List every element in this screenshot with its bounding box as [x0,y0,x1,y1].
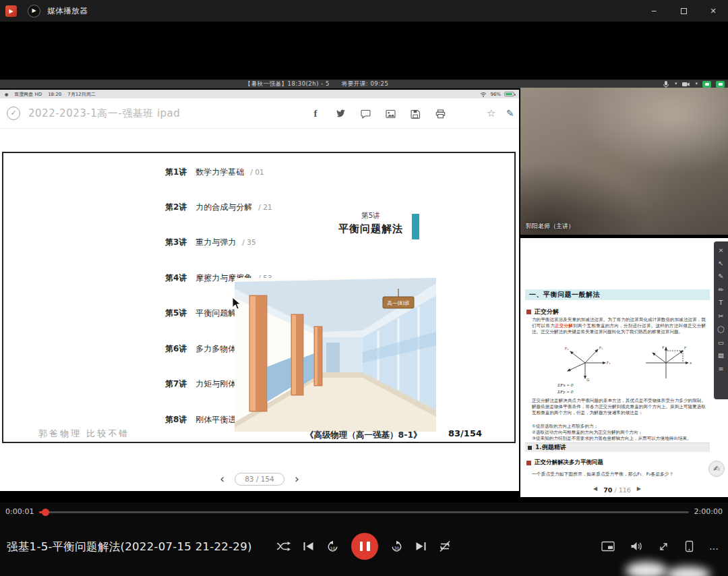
formula-sum-fy: ΣFy = 0 [557,388,573,395]
next-page-button[interactable]: › [295,473,299,486]
chapter-title: 平衡问题解法 [332,223,409,235]
twitter-button[interactable] [335,109,346,119]
repeat-off-button[interactable] [438,540,452,553]
menu-tool-icon[interactable]: ≡ [716,364,726,374]
example-heading-row: 正交分解解决多力平衡问题 [526,459,603,467]
list-item-2: ②选取运动方向与相垂直的方向为正交分解的两个方向； [532,430,706,436]
force-diagram: F₁ F₂ F₃ G x y F [548,343,707,382]
board-tool-icon[interactable]: ▤ [716,350,726,360]
next-button[interactable] [415,541,427,552]
mic-icon[interactable] [662,80,670,88]
pen-tool-icon[interactable]: ✎ [716,271,726,281]
notes-pager: ◀ 70 / 116 ▶ [520,482,714,494]
print-button[interactable] [435,109,446,119]
pip-button[interactable] [601,541,615,552]
app-logo-icon: ▶ [5,5,17,17]
topic-title: 正交分解 [535,308,559,316]
forward-30-button[interactable]: 30 [390,540,404,554]
statusbar-right: 96% [480,92,514,97]
toc-page: / 35 [242,238,255,246]
fullscreen-button[interactable] [658,541,669,552]
layout-button[interactable] [716,81,725,88]
red-bullet-icon [526,461,531,465]
layout-icon [719,83,723,86]
select-tool-icon[interactable]: ↖ [716,258,726,268]
close-tool-icon[interactable]: × [716,245,726,255]
toc-title: 数学力学基础 [195,167,244,178]
transport-controls: 10 30 [276,533,452,560]
player-logo-icon: ▶ [28,5,40,18]
hand-tool-button[interactable]: ✍ [708,461,725,477]
svg-text:x: x [690,361,692,365]
seek-knob[interactable] [42,509,49,516]
hallway-illustration: 高一(8)班 [235,278,436,432]
camera-icon[interactable] [681,80,690,88]
pause-button[interactable] [351,533,378,560]
close-button[interactable]: ✕ [698,0,728,22]
toc-item: 第1讲 数学力学基础 / 01 [165,167,264,178]
maximize-button[interactable] [669,0,698,22]
class-sign-text: 高一(8)班 [387,300,410,306]
para1-highlight: 正交分解 [555,323,573,328]
document-page: 第1讲 数学力学基础 / 01 第2讲 力的合成与分解 / 21 第3讲 重力与… [2,152,516,443]
svg-text:30: 30 [394,545,400,550]
device-button[interactable] [685,540,694,552]
video-stage[interactable]: 【暑秋一强基】18:30(2h) - 5 将要开课: 09:25 ▾ ▾ 苹果投… [0,22,728,502]
rect-tool-icon[interactable]: ▭ [716,337,726,347]
toc-item: 第3讲 重力与弹力 / 35 [165,237,256,248]
maximize-icon [681,8,687,14]
toc-num: 第1讲 [165,167,187,178]
ellipse-tool-icon[interactable]: ◯ [716,324,726,334]
previous-button[interactable] [303,541,314,552]
app-title: 媒体播放器 [47,0,88,22]
document-toolbar: ✓ 2022-2023-1高一-强基班 ipad f [0,98,519,129]
page-indicator[interactable]: 83 / 154 [235,473,284,486]
section-title: 1.例题精讲 [535,443,566,452]
media-player-window: ▶ ▶ 媒体播放器 ─ ✕ 【暑秋一强基】18:30(2h) - 5 将要开课:… [0,0,728,576]
svg-text:F₂: F₂ [599,346,603,350]
seek-bar[interactable] [39,511,689,513]
rewind-10-button[interactable]: 10 [326,540,340,554]
notes-prev-button[interactable]: ◀ [593,486,597,492]
ipad-statusbar: ● 百度网盘 HD 18:20 7月12日周二 96% [0,90,519,98]
screen-share-button[interactable] [702,81,711,88]
image-button[interactable] [385,109,396,119]
teacher-name-label: 郭阳老师（主讲） [526,222,574,231]
watermark-blob [626,562,667,576]
edit-pencil-button[interactable]: ✎ [506,98,514,129]
toc-page: / 01 [250,168,264,176]
check-circle-icon[interactable]: ✓ [7,107,20,120]
notes-panel: 一、平衡问题一般解法 正交分解 力的平衡运算涉及矢量的加减法运算。为了将力的运算… [520,238,728,497]
toc-page: / 21 [258,203,272,211]
toc-num: 第6讲 [165,343,187,355]
facebook-button[interactable]: f [310,109,321,119]
favorite-star-button[interactable]: ☆ [487,98,495,129]
screen-share-panel: ● 百度网盘 HD 18:20 7月12日周二 96% ✓ 2022-2023-… [0,90,519,491]
topic-row: 正交分解 [526,308,559,316]
pencil-tool-icon[interactable]: ✏ [716,285,726,295]
list-item-1: ①使所选取的方向上有较多的力； [532,424,706,430]
svg-text:G: G [586,378,589,382]
share-icon-row: f [310,98,446,129]
notes-page-current: 70 [603,486,612,494]
save-button[interactable] [410,109,421,119]
minimize-button[interactable]: ─ [639,0,669,22]
pause-icon [360,542,363,551]
cut-tool-icon[interactable]: ✂ [716,311,726,321]
svg-text:y: y [662,345,665,349]
mouse-cursor [232,297,241,310]
text-tool-icon[interactable]: T [716,297,726,308]
toc-num: 第8讲 [165,414,187,426]
status-app-name: 百度网盘 HD [14,91,42,98]
notes-next-button[interactable]: ▶ [637,486,641,492]
total-duration: 2:00:00 [694,507,723,516]
screen-share-icon [705,83,709,86]
titlebar: ▶ ▶ 媒体播放器 ─ ✕ [0,0,728,22]
document-title: 2022-2023-1高一-强基班 ipad [28,98,180,129]
shuffle-button[interactable] [276,541,291,552]
more-options-button[interactable]: … [709,540,719,552]
toc-item: 第2讲 力的合成与分解 / 21 [165,202,272,213]
volume-button[interactable] [630,541,642,552]
comment-button[interactable] [360,109,371,119]
prev-page-button[interactable]: ‹ [220,473,224,486]
